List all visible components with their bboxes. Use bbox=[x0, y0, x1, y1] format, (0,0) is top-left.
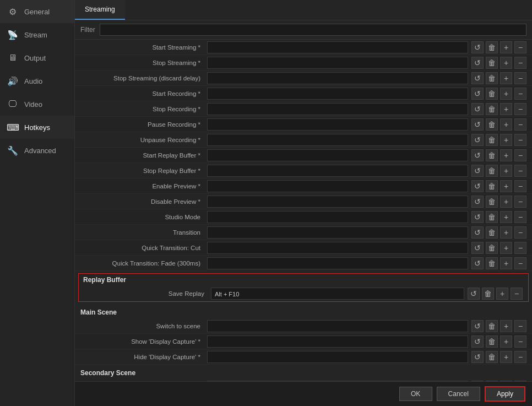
remove-btn[interactable]: − bbox=[514, 257, 526, 269]
delete-btn[interactable]: 🗑 bbox=[486, 57, 498, 69]
hotkey-input[interactable] bbox=[207, 196, 468, 208]
delete-btn[interactable]: 🗑 bbox=[486, 134, 498, 146]
hotkey-input[interactable] bbox=[207, 72, 468, 84]
reset-btn[interactable]: ↺ bbox=[471, 226, 484, 239]
remove-btn[interactable]: − bbox=[514, 196, 526, 208]
hotkey-input[interactable] bbox=[207, 242, 468, 254]
sidebar-item-audio[interactable]: 🔊 Audio bbox=[0, 69, 74, 93]
hotkey-input[interactable] bbox=[207, 41, 468, 53]
reset-btn[interactable]: ↺ bbox=[471, 242, 484, 254]
reset-btn[interactable]: ↺ bbox=[471, 335, 484, 348]
tab-streaming[interactable]: Streaming bbox=[75, 0, 125, 20]
delete-btn[interactable]: 🗑 bbox=[486, 335, 498, 348]
hotkey-input[interactable] bbox=[207, 257, 468, 269]
add-btn[interactable]: + bbox=[500, 242, 512, 254]
delete-btn[interactable]: 🗑 bbox=[486, 165, 498, 177]
hotkey-input[interactable] bbox=[207, 88, 468, 100]
remove-btn[interactable]: − bbox=[514, 134, 526, 146]
delete-btn[interactable]: 🗑 bbox=[486, 351, 498, 363]
add-btn[interactable]: + bbox=[500, 88, 512, 100]
add-btn[interactable]: + bbox=[500, 41, 512, 53]
save-replay-remove-btn[interactable]: − bbox=[511, 288, 523, 300]
cancel-button[interactable]: Cancel bbox=[437, 387, 480, 401]
reset-btn[interactable]: ↺ bbox=[471, 103, 484, 115]
add-btn[interactable]: + bbox=[500, 134, 512, 146]
sidebar-item-stream[interactable]: 📡 Stream bbox=[0, 23, 74, 46]
hotkey-input[interactable] bbox=[207, 211, 468, 223]
reset-btn[interactable]: ↺ bbox=[471, 88, 484, 100]
add-btn[interactable]: + bbox=[500, 165, 512, 177]
save-replay-add-btn[interactable]: + bbox=[496, 288, 508, 300]
hotkey-input[interactable] bbox=[207, 320, 468, 332]
sidebar-item-output[interactable]: 🖥 Output bbox=[0, 46, 74, 69]
add-btn[interactable]: + bbox=[500, 211, 512, 223]
hotkey-input[interactable] bbox=[207, 226, 468, 239]
hotkey-input[interactable] bbox=[207, 165, 468, 177]
hotkey-input[interactable] bbox=[207, 134, 468, 146]
remove-btn[interactable]: − bbox=[514, 180, 526, 192]
reset-btn[interactable]: ↺ bbox=[471, 257, 484, 269]
reset-btn[interactable]: ↺ bbox=[471, 134, 484, 146]
add-btn[interactable]: + bbox=[500, 335, 512, 348]
sidebar-item-hotkeys[interactable]: ⌨ Hotkeys bbox=[0, 116, 74, 139]
sidebar-item-advanced[interactable]: 🔧 Advanced bbox=[0, 139, 74, 162]
hotkey-input[interactable] bbox=[207, 149, 468, 161]
remove-btn[interactable]: − bbox=[514, 165, 526, 177]
add-btn[interactable]: + bbox=[500, 226, 512, 239]
hotkey-input[interactable] bbox=[207, 118, 468, 131]
remove-btn[interactable]: − bbox=[514, 118, 526, 131]
save-replay-delete-btn[interactable]: 🗑 bbox=[482, 288, 494, 300]
remove-btn[interactable]: − bbox=[514, 335, 526, 348]
filter-input[interactable] bbox=[100, 24, 526, 36]
add-btn[interactable]: + bbox=[500, 257, 512, 269]
hotkey-input[interactable] bbox=[207, 57, 468, 69]
remove-btn[interactable]: − bbox=[514, 351, 526, 363]
hotkey-input[interactable] bbox=[207, 351, 468, 363]
delete-btn[interactable]: 🗑 bbox=[486, 211, 498, 223]
remove-btn[interactable]: − bbox=[514, 103, 526, 115]
remove-btn[interactable]: − bbox=[514, 211, 526, 223]
delete-btn[interactable]: 🗑 bbox=[486, 88, 498, 100]
add-btn[interactable]: + bbox=[500, 320, 512, 332]
apply-button[interactable]: Apply bbox=[485, 386, 525, 402]
remove-btn[interactable]: − bbox=[514, 242, 526, 254]
delete-btn[interactable]: 🗑 bbox=[486, 103, 498, 115]
remove-btn[interactable]: − bbox=[514, 320, 526, 332]
sidebar-item-video[interactable]: 🖵 Video bbox=[0, 93, 74, 116]
add-btn[interactable]: + bbox=[500, 118, 512, 131]
delete-btn[interactable]: 🗑 bbox=[486, 257, 498, 269]
delete-btn[interactable]: 🗑 bbox=[486, 149, 498, 161]
add-btn[interactable]: + bbox=[500, 180, 512, 192]
remove-btn[interactable]: − bbox=[514, 149, 526, 161]
delete-btn[interactable]: 🗑 bbox=[486, 226, 498, 239]
save-replay-input[interactable]: Alt + F10 bbox=[211, 288, 464, 300]
reset-btn[interactable]: ↺ bbox=[471, 196, 484, 208]
add-btn[interactable]: + bbox=[500, 149, 512, 161]
reset-btn[interactable]: ↺ bbox=[471, 57, 484, 69]
ok-button[interactable]: OK bbox=[399, 387, 432, 401]
reset-btn[interactable]: ↺ bbox=[471, 118, 484, 131]
hotkey-input[interactable] bbox=[207, 103, 468, 115]
sidebar-item-general[interactable]: ⚙ General bbox=[0, 0, 74, 23]
delete-btn[interactable]: 🗑 bbox=[486, 320, 498, 332]
add-btn[interactable]: + bbox=[500, 103, 512, 115]
add-btn[interactable]: + bbox=[500, 72, 512, 84]
reset-btn[interactable]: ↺ bbox=[471, 320, 484, 332]
hotkeys-scroll[interactable]: Start Streaming *↺🗑+−Stop Streaming *↺🗑+… bbox=[75, 40, 532, 381]
remove-btn[interactable]: − bbox=[514, 41, 526, 53]
remove-btn[interactable]: − bbox=[514, 88, 526, 100]
add-btn[interactable]: + bbox=[500, 57, 512, 69]
hotkey-input[interactable] bbox=[207, 180, 468, 192]
delete-btn[interactable]: 🗑 bbox=[486, 196, 498, 208]
remove-btn[interactable]: − bbox=[514, 226, 526, 239]
reset-btn[interactable]: ↺ bbox=[471, 149, 484, 161]
remove-btn[interactable]: − bbox=[514, 72, 526, 84]
reset-btn[interactable]: ↺ bbox=[471, 351, 484, 363]
remove-btn[interactable]: − bbox=[514, 57, 526, 69]
delete-btn[interactable]: 🗑 bbox=[486, 72, 498, 84]
hotkey-input[interactable] bbox=[207, 335, 468, 348]
delete-btn[interactable]: 🗑 bbox=[486, 118, 498, 131]
reset-btn[interactable]: ↺ bbox=[471, 72, 484, 84]
delete-btn[interactable]: 🗑 bbox=[486, 180, 498, 192]
reset-btn[interactable]: ↺ bbox=[471, 180, 484, 192]
